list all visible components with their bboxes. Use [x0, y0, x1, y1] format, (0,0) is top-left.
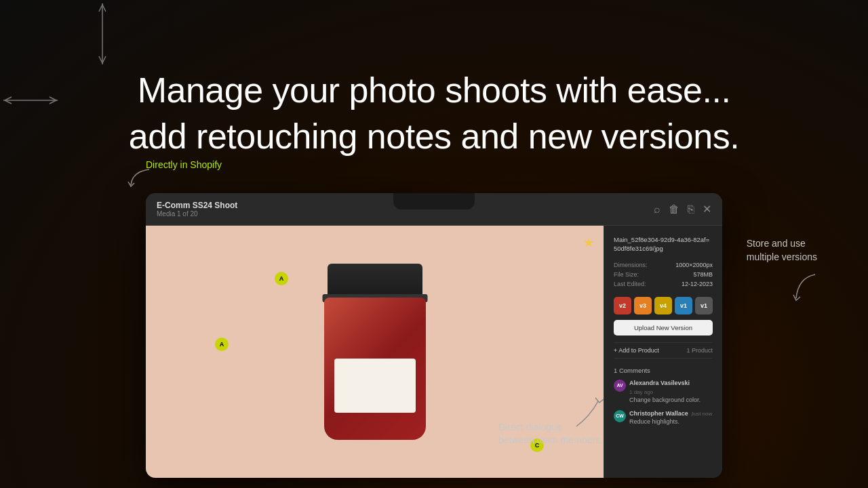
store-text: Store and usemultiple versions: [747, 238, 817, 262]
version-badge-v1-gray[interactable]: v1: [695, 297, 713, 314]
upload-new-version-button[interactable]: Upload New Version: [614, 320, 713, 336]
comment-avatar-1: AV: [614, 380, 626, 392]
comment-item-2: CW Christopher Wallace Just now Reduce h…: [614, 410, 713, 425]
directly-label: Directly in Shopify: [146, 159, 222, 170]
comment-name-2: Christopher Wallace: [629, 410, 688, 417]
main-heading: Manage your photo shoots with ease... ad…: [0, 68, 868, 159]
last-edited-label: Last Edited:: [614, 281, 662, 287]
camera-notch: [393, 193, 475, 209]
comment-content-1: Alexandra Vasilevski 1 day ago Change ba…: [629, 380, 713, 403]
window-subtitle: Media 1 of 20: [157, 210, 654, 218]
meta-grid: Dimensions: 1000×2000px File Size: 578MB…: [614, 262, 713, 287]
comments-section: 1 Comments AV Alexandra Vasilevski 1 day…: [614, 367, 713, 425]
version-badge-v1-blue[interactable]: v1: [675, 297, 692, 314]
curved-arrow-left: [125, 168, 153, 191]
title-bar-actions: ⌕ 🗑 ⎘ ✕: [654, 203, 711, 216]
last-edited-value: 12-12-2023: [665, 281, 713, 287]
dimensions-label: Dimensions:: [614, 262, 662, 268]
title-bar: E-Comm SS24 Shoot Media 1 of 20 ⌕ 🗑 ⎘ ✕: [146, 193, 722, 226]
app-window: E-Comm SS24 Shoot Media 1 of 20 ⌕ 🗑 ⎘ ✕ …: [146, 193, 722, 478]
version-badge-v2[interactable]: v2: [614, 297, 631, 314]
comment-time-2: Just now: [691, 411, 713, 417]
filesize-label: File Size:: [614, 271, 662, 278]
close-icon[interactable]: ✕: [703, 203, 711, 216]
add-to-product-row: + Add to Product 1 Product: [614, 342, 713, 359]
annotation-pin-a-top[interactable]: A: [275, 272, 288, 285]
product-image: [280, 247, 470, 457]
sidebar-panel: Main_52f8e304-92d9-4a36-82af=50df8fe31c6…: [604, 226, 722, 478]
share-icon[interactable]: ⎘: [688, 203, 694, 216]
star-icon[interactable]: ★: [583, 235, 594, 250]
store-label: Store and usemultiple versions: [747, 237, 817, 264]
add-to-product-link[interactable]: + Add to Product: [614, 347, 659, 354]
version-badges: v2 v3 v4 v1 v1: [614, 297, 713, 314]
directly-text: Directly in Shopify: [146, 159, 222, 170]
heading-line1: Manage your photo shoots with ease...: [138, 70, 731, 110]
curved-arrow-right: [788, 271, 822, 308]
curved-arrow-dialogue: [570, 396, 604, 432]
comment-content-2: Christopher Wallace Just now Reduce high…: [629, 410, 712, 425]
version-badge-v3[interactable]: v3: [634, 297, 652, 314]
comment-time-1: 1 day ago: [629, 389, 653, 395]
vertical-resize-arrow: [97, 3, 108, 67]
heading-line2: add retouching notes and new versions.: [129, 117, 739, 156]
annotation-pin-a-bottom[interactable]: A: [215, 338, 229, 351]
dimensions-value: 1000×2000px: [665, 262, 713, 268]
trash-icon[interactable]: 🗑: [669, 203, 679, 216]
comments-title: 1 Comments: [614, 367, 713, 374]
filesize-value: 578MB: [665, 271, 713, 278]
version-badge-v4[interactable]: v4: [654, 297, 672, 314]
comment-name-1: Alexandra Vasilevski: [629, 380, 690, 386]
jar-container: [314, 264, 436, 440]
comment-text-2: Reduce highlights.: [629, 418, 712, 425]
product-count: 1 Product: [686, 347, 713, 354]
content-area: ★ A A C Main_52f8e304-92d9-4a36-82af=50d…: [146, 226, 722, 478]
comment-text-1: Change background color.: [629, 396, 713, 403]
jar-label: [334, 359, 416, 413]
comment-header-1: Alexandra Vasilevski 1 day ago: [629, 380, 713, 395]
jar-body: [324, 298, 426, 440]
search-icon[interactable]: ⌕: [654, 203, 660, 216]
comment-avatar-2: CW: [614, 410, 626, 422]
comment-header-2: Christopher Wallace Just now: [629, 410, 712, 417]
comment-item-1: AV Alexandra Vasilevski 1 day ago Change…: [614, 380, 713, 403]
file-name: Main_52f8e304-92d9-4a36-82af=50df8fe31c6…: [614, 235, 713, 253]
